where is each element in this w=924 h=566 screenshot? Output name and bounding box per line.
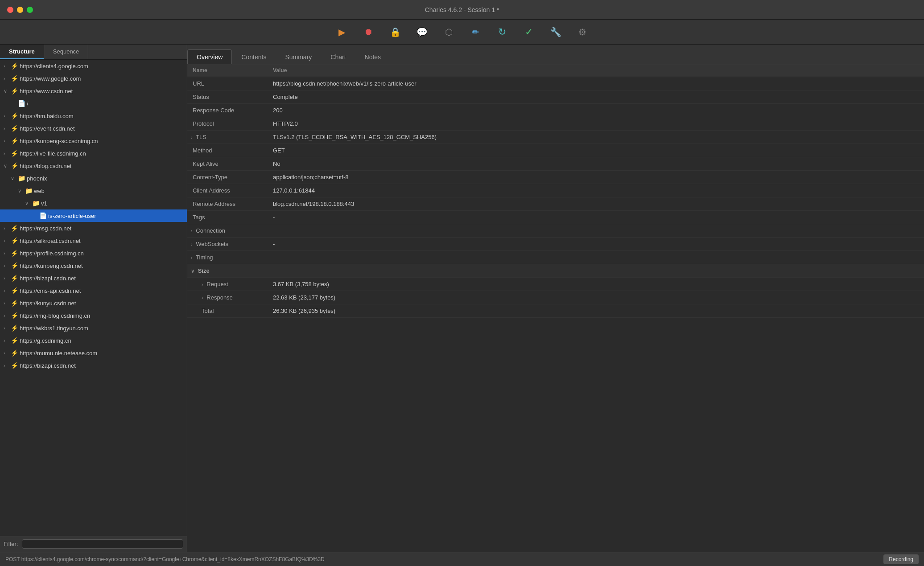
tree-item-bizapi2[interactable]: › ⚡ https://bizapi.csdn.net [0,359,187,372]
table-row[interactable]: Tags - [187,210,924,224]
tab-structure[interactable]: Structure [0,45,44,59]
tree-item-mumu[interactable]: › ⚡ https://mumu.nie.netease.com [0,347,187,359]
table-row[interactable]: Method GET [187,144,924,157]
chevron-icon: › [4,126,11,131]
tree-item-clients4-google[interactable]: › ⚡ https://clients4.google.com [0,60,187,72]
right-panel: Overview Contents Summary Chart Notes Na… [187,45,924,552]
table-row-total[interactable]: Total 26.30 KB (26,935 bytes) [187,304,924,317]
ssl-icon[interactable]: 🔒 [388,25,402,39]
tree-item-cms-api[interactable]: › ⚡ https://cms-api.csdn.net [0,284,187,297]
col-name-header: Name [187,64,268,77]
tab-overview[interactable]: Overview [187,49,232,64]
row-name: › WebSockets [187,237,268,250]
table-row-timing[interactable]: › Timing [187,250,924,264]
row-value: - [268,237,924,250]
row-name: Tags [187,210,268,224]
tree-item-event-csdn[interactable]: › ⚡ https://event.csdn.net [0,122,187,135]
tree-item-csdn-root[interactable]: 📄 / [0,97,187,110]
row-value: https://blog.csdn.net/phoenix/web/v1/is-… [268,77,924,90]
tree-item-blog-csdn[interactable]: ∨ ⚡ https://blog.csdn.net [0,160,187,172]
table-row[interactable]: Remote Address blog.csdn.net/198.18.0.18… [187,197,924,210]
tree-item-img-blog[interactable]: › ⚡ https://img-blog.csdnimg.cn [0,309,187,322]
breakpoint-icon[interactable]: ⬡ [441,25,456,39]
pen-icon[interactable]: ✏ [468,25,483,39]
table-row[interactable]: Status Complete [187,90,924,103]
chevron-icon: › [4,288,11,293]
window-controls [7,7,33,13]
tree-item-v1[interactable]: ∨ 📁 v1 [0,197,187,209]
row-value: TLSv1.2 (TLS_ECDHE_RSA_WITH_AES_128_GCM_… [268,130,924,144]
tab-summary[interactable]: Summary [276,49,321,64]
chevron-icon: › [4,363,11,368]
row-value: No [268,157,924,170]
row-value: 22.63 KB (23,177 bytes) [268,291,924,304]
record-icon[interactable]: ⏺ [361,25,375,39]
tree-item-kunpeng-sc[interactable]: › ⚡ https://kunpeng-sc.csdnimg.cn [0,135,187,147]
table-row[interactable]: Content-Type application/json;charset=ut… [187,170,924,184]
tab-sequence[interactable]: Sequence [44,45,89,59]
tools-icon[interactable]: 🔧 [549,25,563,39]
throttle-icon[interactable]: 💬 [415,25,429,39]
tree-item-phoenix[interactable]: ∨ 📁 phoenix [0,172,187,185]
tree-item-www-csdn[interactable]: ∨ ⚡ https://www.csdn.net [0,85,187,97]
tree-item-kunyu[interactable]: › ⚡ https://kunyu.csdn.net [0,297,187,309]
table-row-connection[interactable]: › Connection [187,224,924,237]
chevron-icon: › [4,350,11,356]
filter-input[interactable] [22,539,184,549]
tree-item-wkbrs1[interactable]: › ⚡ https://wkbrs1.tingyun.com [0,322,187,334]
tree-item-msg-csdn[interactable]: › ⚡ https://msg.csdn.net [0,222,187,234]
tree-item-g-csdnimg[interactable]: › ⚡ https://g.csdnimg.cn [0,334,187,347]
row-name: ∨ Size [187,264,268,277]
table-row[interactable]: URL https://blog.csdn.net/phoenix/web/v1… [187,77,924,90]
tree-item-web[interactable]: ∨ 📁 web [0,185,187,197]
row-name: Remote Address [187,197,268,210]
table-row-size[interactable]: ∨ Size [187,264,924,277]
chevron-icon: › [4,63,11,69]
table-row-websockets[interactable]: › WebSockets - [187,237,924,250]
refresh-icon[interactable]: ↻ [495,25,509,39]
minimize-button[interactable] [17,7,23,13]
tree-item-www-google[interactable]: › ⚡ https://www.google.com [0,72,187,85]
tab-chart[interactable]: Chart [321,49,355,64]
table-row-request[interactable]: › Request 3.67 KB (3,758 bytes) [187,277,924,291]
tree-item-silkroad[interactable]: › ⚡ https://silkroad.csdn.net [0,234,187,247]
tree-item-live-file[interactable]: › ⚡ https://live-file.csdnimg.cn [0,147,187,160]
titlebar: Charles 4.6.2 - Session 1 * [0,0,924,20]
table-row[interactable]: Kept Alive No [187,157,924,170]
close-button[interactable] [7,7,13,13]
chevron-icon: › [4,138,11,144]
chevron-icon: › [4,113,11,119]
table-row[interactable]: Client Address 127.0.0.1:61844 [187,184,924,197]
row-value: 26.30 KB (26,935 bytes) [268,304,924,317]
window-title: Charles 4.6.2 - Session 1 * [425,6,499,13]
tree-item-kunpeng[interactable]: › ⚡ https://kunpeng.csdn.net [0,259,187,272]
maximize-button[interactable] [27,7,33,13]
row-name: › Timing [187,250,268,264]
pointer-icon[interactable]: ▶ [334,25,349,39]
tree-item-hm-baidu[interactable]: › ⚡ https://hm.baidu.com [0,110,187,122]
row-name: Status [187,90,268,103]
tree-item-profile[interactable]: › ⚡ https://profile.csdnimg.cn [0,247,187,259]
tab-notes[interactable]: Notes [355,49,391,64]
settings-icon[interactable]: ⚙ [575,25,590,39]
row-name: › TLS [187,130,268,144]
filter-label: Filter: [4,541,18,547]
tree-item-bizapi[interactable]: › ⚡ https://bizapi.csdn.net [0,272,187,284]
checkmark-icon[interactable]: ✓ [522,25,536,39]
table-row[interactable]: Protocol HTTP/2.0 [187,117,924,130]
chevron-icon: ∨ [18,188,25,194]
table-row-response[interactable]: › Response 22.63 KB (23,177 bytes) [187,291,924,304]
row-value: GET [268,144,924,157]
table-row-tls[interactable]: › TLS TLSv1.2 (TLS_ECDHE_RSA_WITH_AES_12… [187,130,924,144]
expand-arrow-icon: › [191,135,193,140]
table-row[interactable]: Response Code 200 [187,103,924,117]
tab-contents[interactable]: Contents [232,49,276,64]
overview-content: Name Value URL https://blog.csdn.net/pho… [187,64,924,552]
recording-button[interactable]: Recording [883,554,919,564]
tree-item-is-zero-article-user[interactable]: 📄 is-zero-article-user [0,209,187,222]
chevron-icon: › [4,300,11,306]
chevron-icon: › [4,76,11,81]
chevron-icon: › [4,325,11,331]
row-value [268,224,924,237]
tree-container[interactable]: › ⚡ https://clients4.google.com › ⚡ http… [0,60,187,536]
